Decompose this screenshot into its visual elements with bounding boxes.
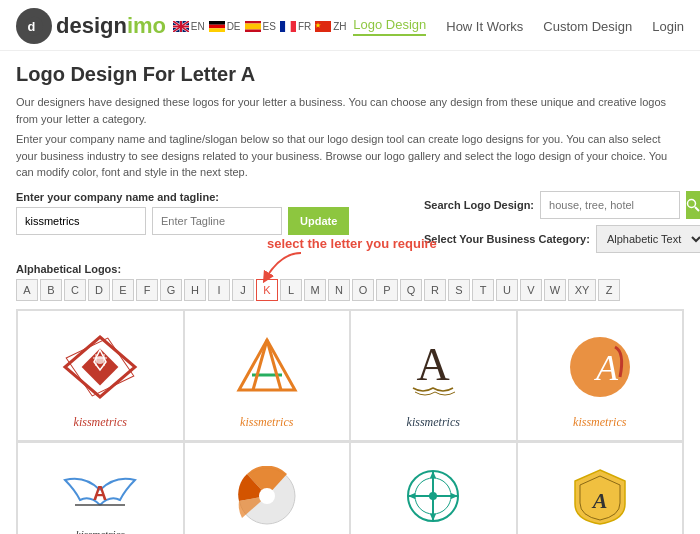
alpha-I[interactable]: I [208, 279, 230, 301]
svg-text:A: A [590, 488, 607, 513]
alpha-G[interactable]: G [160, 279, 182, 301]
logo-card-3[interactable]: A kissmetrics [350, 310, 517, 441]
tagline-input[interactable] [152, 207, 282, 235]
alpha-label: Alphabetical Logos: [16, 263, 684, 275]
alpha-A[interactable]: A [16, 279, 38, 301]
site-logo: d designimo [16, 8, 166, 44]
alpha-F[interactable]: F [136, 279, 158, 301]
logo-card-1[interactable]: kissmetrics [17, 310, 184, 441]
nav-login[interactable]: Login [652, 19, 684, 34]
nav-how-it-works[interactable]: How It Works [446, 19, 523, 34]
company-name-input[interactable] [16, 207, 146, 235]
flag-fr[interactable]: FR [280, 21, 311, 32]
flag-zh[interactable]: ZH [315, 21, 346, 32]
logo-card-6[interactable] [184, 442, 351, 535]
logo-name-3: kissmetrics [407, 415, 460, 430]
search-button[interactable] [686, 191, 700, 219]
svg-rect-8 [245, 29, 261, 32]
alpha-XY[interactable]: XY [568, 279, 596, 301]
svg-rect-11 [291, 21, 296, 32]
svg-marker-24 [239, 340, 295, 390]
flag-es[interactable]: ES [245, 21, 276, 32]
description-1: Our designers have designed these logos … [16, 94, 684, 127]
svg-point-35 [259, 488, 275, 504]
logo-image-1 [55, 327, 145, 407]
nav-logo-design[interactable]: Logo Design [353, 17, 426, 36]
logo-name-2: kissmetrics [240, 415, 293, 430]
alpha-Z[interactable]: Z [598, 279, 620, 301]
logo-image-3: A [388, 327, 478, 407]
logo-image-5: A [55, 460, 145, 520]
logo-card-7[interactable] [350, 442, 517, 535]
alpha-Q[interactable]: Q [400, 279, 422, 301]
alpha-S[interactable]: S [448, 279, 470, 301]
logo-name-4: kissmetrics [573, 415, 626, 430]
company-label: Enter your company name and tagline: [16, 191, 424, 203]
svg-text:d: d [28, 19, 36, 34]
svg-rect-7 [245, 23, 261, 29]
alpha-R[interactable]: R [424, 279, 446, 301]
main-content: Logo Design For Letter A Our designers h… [0, 51, 700, 534]
logo-name-1: kissmetrics [74, 415, 127, 430]
svg-rect-18 [82, 348, 119, 385]
logo-icon: d [16, 8, 52, 44]
logo-card-2[interactable]: kissmetrics [184, 310, 351, 441]
alpha-K[interactable]: K select the letter you require [256, 279, 278, 301]
logo-card-4[interactable]: A kissmetrics [517, 310, 684, 441]
alpha-B[interactable]: B [40, 279, 62, 301]
search-input[interactable] [540, 191, 680, 219]
search-icon [686, 198, 700, 212]
logo-card-5[interactable]: A kissmetrics [17, 442, 184, 535]
logo-image-8: A [555, 466, 645, 526]
alpha-E[interactable]: E [112, 279, 134, 301]
alpha-V[interactable]: V [520, 279, 542, 301]
logo-grid-row1: kissmetrics kissmetrics A [16, 309, 684, 442]
flag-en[interactable]: EN [173, 21, 205, 32]
svg-text:A: A [594, 348, 619, 388]
alpha-D[interactable]: D [88, 279, 110, 301]
alpha-C[interactable]: C [64, 279, 86, 301]
alpha-O[interactable]: O [352, 279, 374, 301]
company-input-group: Update [16, 207, 424, 235]
svg-text:A: A [417, 339, 450, 390]
flag-de[interactable]: DE [209, 21, 241, 32]
main-nav: Logo Design How It Works Custom Design L… [353, 17, 684, 36]
logo-image-2 [222, 327, 312, 407]
logo-image-4: A [555, 327, 645, 407]
alpha-J[interactable]: J [232, 279, 254, 301]
svg-rect-5 [209, 28, 225, 32]
alpha-L[interactable]: L [280, 279, 302, 301]
alpha-M[interactable]: M [304, 279, 326, 301]
svg-rect-6 [245, 21, 261, 24]
alpha-W[interactable]: W [544, 279, 566, 301]
category-select[interactable]: Alphabetic Text Technology Business [596, 225, 700, 253]
svg-text:A: A [93, 482, 107, 504]
svg-point-14 [688, 199, 696, 207]
update-button[interactable]: Update [288, 207, 349, 235]
svg-rect-9 [280, 21, 285, 32]
svg-point-20 [96, 356, 104, 364]
svg-point-44 [429, 492, 437, 500]
language-selector[interactable]: EN DE ES FR ZH [173, 21, 347, 32]
search-form: Search Logo Design: Select Your Business… [424, 191, 684, 253]
alphabet-section: Alphabetical Logos: A B C D E F G H I J … [16, 263, 684, 301]
svg-rect-10 [285, 21, 290, 32]
logo-grid-row2: A kissmetrics [16, 442, 684, 535]
search-label: Search Logo Design: [424, 199, 534, 211]
company-form: Enter your company name and tagline: Upd… [16, 191, 424, 235]
alpha-P[interactable]: P [376, 279, 398, 301]
logo-image-6 [222, 466, 312, 526]
logo-text: designimo [56, 13, 166, 39]
category-row: Select Your Business Category: Alphabeti… [424, 225, 684, 253]
nav-custom-design[interactable]: Custom Design [543, 19, 632, 34]
svg-rect-4 [209, 24, 225, 28]
logo-card-8[interactable]: A [517, 442, 684, 535]
alpha-U[interactable]: U [496, 279, 518, 301]
logo-name-5: kissmetrics [76, 528, 125, 535]
alpha-T[interactable]: T [472, 279, 494, 301]
category-label: Select Your Business Category: [424, 233, 590, 245]
annotation-text: select the letter you require [267, 234, 437, 254]
alpha-N[interactable]: N [328, 279, 350, 301]
logo-image-7 [388, 466, 478, 526]
alpha-H[interactable]: H [184, 279, 206, 301]
